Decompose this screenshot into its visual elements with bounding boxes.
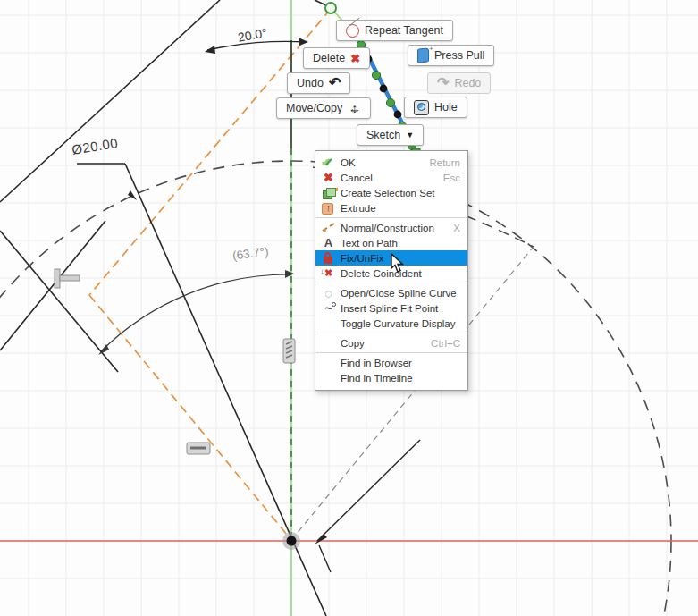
menu-item-label: Extrude (341, 203, 460, 214)
press-pull-button[interactable]: Press Pull (408, 45, 494, 66)
construction-line-icon (321, 221, 336, 234)
move-copy-label: Move/Copy (286, 102, 342, 114)
sketch-label: Sketch (366, 129, 400, 141)
menu-item-label: Toggle Curvature Display (341, 318, 460, 329)
menu-item-label: Open/Close Spline Curve (341, 288, 460, 299)
delete-button[interactable]: Delete✖ (303, 47, 370, 69)
sketch-button[interactable]: Sketch▼ (357, 124, 424, 146)
redo-label: Redo (454, 77, 481, 89)
extrude-icon: ↑ (321, 201, 336, 215)
sketch-line-diagonal[interactable] (0, 0, 220, 202)
mouse-cursor-icon (391, 253, 407, 274)
angle-dim-arrow-right (299, 38, 308, 46)
origin-point[interactable] (287, 536, 297, 546)
ref-angle-arrow-right (285, 270, 294, 278)
menu-item-normal-construction[interactable]: Normal/ConstructionX (315, 220, 467, 235)
fusion-sketch-viewport: { "canvas": { "dimensions": { "diameter_… (0, 0, 698, 616)
menu-separator (315, 283, 467, 283)
menu-item-create-selection-set[interactable]: Create Selection Set (315, 185, 467, 200)
hole-label: Hole (434, 101, 458, 114)
menu-item-shortcut: Esc (443, 173, 460, 183)
vertical-constraint-icon[interactable] (283, 339, 295, 363)
hole-icon (414, 100, 429, 115)
menu-item-label: Find in Timeline (341, 373, 460, 384)
menu-item-insert-spline-fit-point[interactable]: ~Insert Spline Fit Point (315, 300, 467, 316)
cancel-x-icon: ✖ (321, 171, 336, 184)
delete-x-icon: ✖ (350, 53, 360, 64)
dimension-arrowhead (128, 190, 137, 200)
menu-separator (315, 217, 467, 218)
menu-item-label: Create Selection Set (341, 188, 460, 198)
repeat-tangent-label: Repeat Tangent (365, 24, 443, 37)
menu-item-label: Find in Browser (341, 358, 460, 368)
lock-icon (321, 251, 336, 265)
tangent-circle-icon (346, 24, 359, 38)
caret-down-icon: ▼ (406, 131, 414, 139)
ok-check-icon: ✔ (321, 156, 336, 169)
spline-circle-icon: ◌ (321, 286, 336, 300)
delete-label: Delete (313, 52, 345, 64)
menu-item-shortcut: Ctrl+C (431, 338, 460, 349)
menu-item-ok[interactable]: ✔OKReturn (315, 155, 467, 170)
equal-constraint-icon[interactable] (187, 443, 210, 454)
origin-pointer-arrowhead (315, 534, 327, 544)
menu-item-label: Normal/Construction (341, 223, 446, 233)
spline-end-handle[interactable] (325, 3, 336, 13)
menu-item-shortcut: Return (429, 157, 460, 168)
undo-label: Undo (297, 77, 324, 89)
menu-item-open-close-spline-curve[interactable]: ◌Open/Close Spline Curve (315, 285, 467, 300)
selection-set-icon (321, 186, 336, 199)
menu-item-text-on-path[interactable]: AText on Path (315, 235, 467, 250)
press-pull-icon (417, 47, 429, 63)
redo-button[interactable]: ↷Redo (427, 72, 491, 94)
spline-point-icon: ~ (321, 301, 336, 315)
sketch-line-top[interactable] (315, 0, 326, 5)
menu-item-copy[interactable]: CopyCtrl+C (315, 335, 467, 350)
menu-item-find-in-timeline[interactable]: Find in Timeline (315, 370, 467, 385)
perpendicular-constraint-icon[interactable] (55, 269, 80, 288)
move-icon (348, 102, 361, 115)
menu-item-find-in-browser[interactable]: Find in Browser (315, 355, 467, 370)
menu-separator (315, 352, 467, 353)
text-on-path-icon: A (321, 236, 336, 249)
undo-arrow-icon: ↶ (329, 76, 341, 90)
redo-arrow-icon: ↷ (437, 76, 449, 90)
menu-item-label: Cancel (341, 173, 436, 183)
menu-item-label: Copy (341, 338, 424, 349)
menu-item-toggle-curvature-display[interactable]: Toggle Curvature Display (315, 316, 467, 331)
menu-item-cancel[interactable]: ✖CancelEsc (315, 170, 467, 185)
delete-coincident-icon: ✖ (321, 266, 336, 280)
menu-item-label: OK (341, 157, 422, 168)
hole-button[interactable]: Hole (404, 97, 467, 118)
repeat-tangent-button[interactable]: Repeat Tangent (336, 20, 453, 41)
menu-item-label: Text on Path (341, 238, 460, 249)
menu-item-extrude[interactable]: ↑Extrude (315, 200, 467, 215)
menu-separator (315, 333, 467, 333)
menu-item-shortcut: X (453, 223, 460, 233)
sketch-line-cross-1[interactable] (0, 231, 118, 372)
menu-item-label: Insert Spline Fit Point (341, 303, 460, 314)
ref-angle-arc (101, 274, 291, 351)
undo-button[interactable]: Undo↶ (287, 72, 350, 94)
move-copy-button[interactable]: Move/Copy (276, 97, 371, 119)
press-pull-label: Press Pull (434, 49, 484, 62)
